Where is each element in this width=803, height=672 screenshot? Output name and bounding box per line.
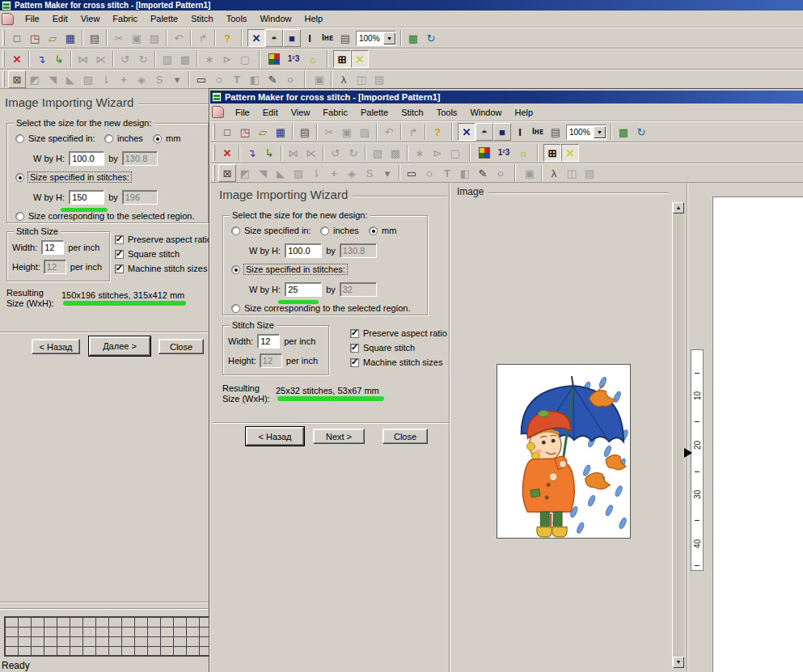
menu-help[interactable]: Help [298,11,330,26]
radio-inches[interactable] [104,134,113,143]
next-button[interactable]: Далее > [89,336,150,356]
stitch-style-button[interactable]: S [150,70,168,88]
check-preserve-aspect[interactable]: Preserve aspect ratio [115,235,212,244]
save-button[interactable]: ▦ [272,123,290,141]
help-button[interactable]: ? [429,123,446,141]
french-knot-tool-button[interactable]: ⇂ [97,70,115,88]
special-stitch-button[interactable]: Iʜᴇ [319,29,336,47]
check-machine-sizes[interactable]: Machine stitch sizes [350,357,442,367]
menu-view[interactable]: View [285,105,317,120]
freeform-select-button[interactable]: ◌ [210,70,228,88]
copy-as-new-button[interactable]: ↴ [243,144,260,162]
text-tool-button[interactable]: T [228,70,246,88]
scroll-down-icon[interactable]: ▼ [673,657,684,668]
library-button[interactable]: ▤ [581,164,598,182]
fit-to-window-button[interactable]: ▣ [311,70,328,88]
palette-colors-button[interactable] [475,144,493,162]
check-machine-sizes[interactable]: Machine stitch sizes [115,264,207,273]
view-full-pattern-button[interactable]: ▩ [615,123,632,141]
check-square-stitch[interactable]: Square stitch [350,343,415,353]
extract-pattern-button[interactable]: ↳ [50,50,68,68]
back-button[interactable]: < Назад [246,427,304,446]
zoom-level-select[interactable]: 100%▼ [356,31,396,46]
radio-size-in-stitches[interactable] [231,265,240,274]
palette-bar[interactable] [4,616,213,657]
menu-tools[interactable]: Tools [220,11,254,26]
special-stitch-tool-button[interactable]: ◈ [133,70,150,88]
outer-titlebar[interactable]: Pattern Maker for cross stitch - [Import… [0,0,803,11]
menu-palette[interactable]: Palette [354,105,395,120]
flip-horizontal-button[interactable]: ⋈ [285,144,302,162]
radio-mm[interactable] [153,134,162,143]
flip-vertical-button[interactable]: ⋉ [92,50,110,68]
copy-button[interactable]: ▣ [338,123,356,141]
machine-sizes-checkbox[interactable] [115,264,124,273]
print-button[interactable]: ▤ [86,29,104,47]
bead-tool-button[interactable]: + [115,70,133,88]
quarter-stitch-button[interactable]: ■ [493,123,511,141]
radio-size-specified-in[interactable] [231,226,240,235]
fill-tool-button[interactable]: ◧ [246,70,264,88]
import-image-button[interactable]: ◳ [236,123,254,141]
full-cross-tool-button[interactable]: ⊠ [8,70,26,88]
color-numbers-button[interactable]: 1²3 [493,144,514,162]
palette-colors-button[interactable] [265,50,283,68]
menu-file[interactable]: File [19,11,46,26]
menu-stitch[interactable]: Stitch [184,11,220,26]
delete-button[interactable]: ✕ [218,144,236,162]
pattern-info-button[interactable]: ▤ [547,123,564,141]
menu-palette[interactable]: Palette [144,11,184,26]
menu-window[interactable]: Window [463,105,508,120]
quarter-stitch-button[interactable]: ■ [283,29,301,47]
menu-edit[interactable]: Edit [256,105,285,120]
clear-stitches-button[interactable]: ∗ [201,50,218,68]
stitch-width-field[interactable]: 150 [69,190,104,205]
half-diag-tool-button[interactable]: ◥ [44,70,61,88]
fill-tool-button[interactable]: ◧ [456,164,474,182]
rect-select-button[interactable]: ▭ [192,70,210,88]
backstitch-button[interactable]: I [301,29,319,47]
stitch-style-button[interactable]: S [361,164,378,182]
machine-sizes-checkbox[interactable] [350,358,359,367]
menu-help[interactable]: Help [509,105,540,120]
new-document-button[interactable]: □ [8,29,26,47]
three-quarter-tool-button[interactable]: ◩ [26,70,44,88]
close-button[interactable]: Close [158,339,204,354]
crop-selection-button[interactable]: ▢ [446,144,464,162]
menu-fabric[interactable]: Fabric [106,11,144,26]
stitch-display-button[interactable]: ✕ [561,144,579,162]
view-full-pattern-button[interactable]: ▩ [404,29,422,47]
grid-toggle-button[interactable]: ⊞ [333,50,351,68]
close-button[interactable]: Close [382,429,428,444]
zoom-tool-button[interactable]: ○ [492,164,509,182]
radio-size-in-stitches[interactable] [15,173,24,182]
image-scrollbar[interactable]: ▲ ▼ [672,202,683,668]
extract-pattern-button[interactable]: ↳ [260,144,278,162]
rotate-left-button[interactable]: ↺ [116,50,134,68]
zoom-dropdown-arrow-icon[interactable]: ▼ [383,32,395,44]
save-button[interactable]: ▦ [61,29,79,47]
square-stitch-checkbox[interactable] [350,344,359,353]
next-button[interactable]: Next > [313,429,365,444]
rotate-left-button[interactable]: ↺ [327,144,344,162]
fit-to-window-button[interactable]: ▣ [521,164,539,182]
mm-width-field[interactable]: 100.0 [69,151,104,166]
document-menu-icon[interactable] [212,106,224,118]
grid-toggle-button[interactable]: ⊞ [543,144,561,162]
radio-size-specified-in[interactable] [15,134,24,143]
menu-fabric[interactable]: Fabric [316,105,354,120]
copy-button[interactable]: ▣ [128,29,146,47]
move-selection-button[interactable]: ▧ [369,144,387,162]
half-stitch-button[interactable]: ◓ [475,123,493,141]
stitch-style-dropdown[interactable]: ▾ [378,164,396,182]
half-stitch-button[interactable]: ◓ [265,29,283,47]
clear-backstitches-button[interactable]: ⊳ [429,144,446,162]
paste-button[interactable]: ▨ [146,29,163,47]
three-quarter-tool-button[interactable]: ◩ [236,164,254,182]
menu-file[interactable]: File [229,105,256,120]
backstitch-button[interactable]: I [511,123,529,141]
count-width-field[interactable]: 12 [41,240,64,255]
radio-inches[interactable] [320,226,329,235]
preserve-aspect-checkbox[interactable] [115,235,124,244]
split-view-button[interactable]: ◫ [563,164,581,182]
